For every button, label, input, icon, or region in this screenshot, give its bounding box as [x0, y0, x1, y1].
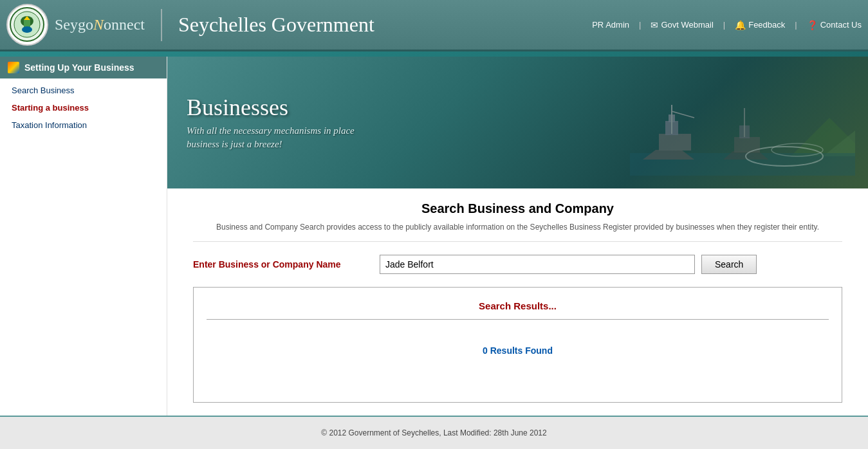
svg-marker-9 [643, 150, 694, 160]
sidebar-item-starting-business[interactable]: Starting a business [0, 99, 167, 116]
logo-brand: SeygoNonnect [55, 16, 145, 33]
nav-sep-2: | [723, 20, 725, 30]
gov-title: Seychelles Government [178, 13, 374, 37]
feedback-link[interactable]: 🔔 Feedback [735, 20, 785, 30]
logo-divider [161, 9, 162, 41]
accent-bar [0, 51, 868, 57]
banner-title: Businesses [187, 94, 355, 121]
sidebar-item-taxation[interactable]: Taxation Information [0, 116, 167, 134]
nav-sep-1: | [639, 20, 641, 30]
svg-rect-10 [659, 134, 691, 151]
contact-link[interactable]: ❓ Contact Us [807, 20, 862, 30]
search-description: Business and Company Search provides acc… [193, 223, 842, 242]
pr-admin-link[interactable]: PR Admin [592, 20, 629, 30]
svg-line-14 [672, 111, 694, 118]
feedback-icon: 🔔 [735, 20, 746, 30]
footer-text: © 2012 Government of Seychelles, Last Mo… [321, 428, 546, 437]
search-row: Enter Business or Company Name Search [193, 255, 842, 274]
mid-section: Setting Up Your Business Search Business… [0, 57, 868, 416]
sidebar-header: Setting Up Your Business [0, 57, 167, 78]
right-col: Businesses With all the necessary mechan… [167, 57, 868, 416]
sidebar-item-search-business[interactable]: Search Business [0, 82, 167, 99]
page-container: SeygoNonnect Seychelles Government PR Ad… [0, 0, 868, 449]
nav-sep-3: | [795, 20, 797, 30]
search-button[interactable]: Search [701, 255, 757, 274]
ship-decoration [630, 98, 855, 176]
webmail-link[interactable]: ✉ Govt Webmail [651, 20, 713, 30]
results-count: 0 Results Found [207, 345, 829, 356]
page-title: Search Business and Company [193, 201, 842, 216]
content-area: Search Business and Company Business and… [167, 188, 868, 416]
search-input[interactable] [380, 255, 695, 274]
contact-icon: ❓ [807, 20, 818, 30]
svg-point-5 [22, 26, 32, 33]
banner-area: Businesses With all the necessary mechan… [167, 57, 868, 188]
results-divider [207, 319, 829, 320]
sidebar-header-icon [8, 62, 19, 73]
logo-area: SeygoNonnect Seychelles Government [6, 4, 374, 46]
sidebar-header-label: Setting Up Your Business [24, 62, 134, 73]
footer: © 2012 Government of Seychelles, Last Mo… [0, 416, 868, 449]
sidebar: Setting Up Your Business Search Business… [0, 57, 167, 416]
banner-subtitle: With all the necessary mechanisms in pla… [187, 124, 355, 151]
top-nav: PR Admin | ✉ Govt Webmail | 🔔 Feedback |… [592, 20, 862, 30]
results-title: Search Results... [207, 300, 829, 311]
search-field-label: Enter Business or Company Name [193, 259, 373, 270]
top-header: SeygoNonnect Seychelles Government PR Ad… [0, 0, 868, 51]
email-icon: ✉ [651, 20, 658, 30]
logo-emblem [6, 4, 48, 46]
results-box: Search Results... 0 Results Found [193, 287, 842, 403]
banner-text: Businesses With all the necessary mechan… [167, 81, 374, 164]
